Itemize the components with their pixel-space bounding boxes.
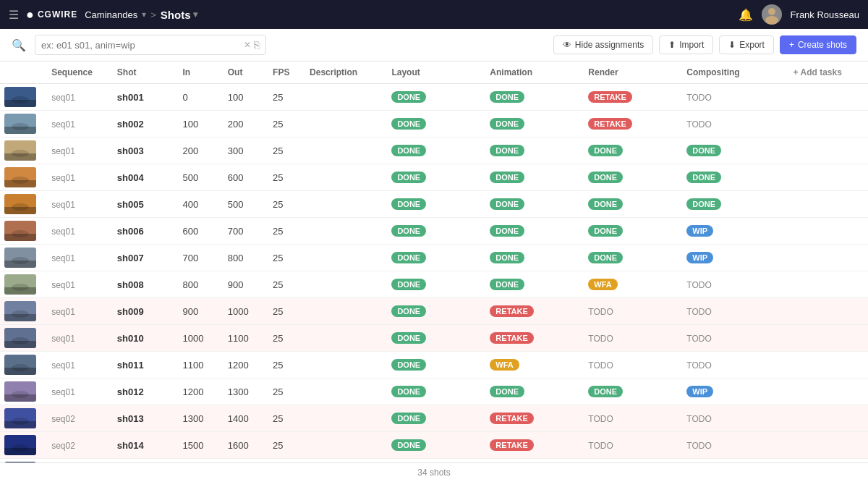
svg-point-43 — [12, 444, 29, 452]
shot-render-status[interactable]: DONE — [581, 164, 679, 191]
shot-animation-status[interactable]: RETAKE — [482, 432, 581, 459]
table-row: seq01 sh001 0 100 25 DONE DONE RETAKE TO… — [0, 84, 868, 111]
shot-compositing-status[interactable]: TODO — [679, 84, 786, 111]
shot-in: 500 — [175, 164, 220, 191]
section-chevron[interactable]: ▾ — [193, 9, 197, 20]
hide-assignments-icon: 👁 — [563, 40, 571, 50]
shot-render-status[interactable]: TODO — [581, 432, 679, 459]
shot-layout-status[interactable]: DONE — [384, 405, 482, 432]
shot-compositing-status[interactable]: WIP — [679, 218, 786, 245]
shot-animation-status[interactable]: DONE — [482, 164, 581, 191]
shot-layout-status[interactable]: DONE — [384, 218, 482, 245]
shot-compositing-status[interactable]: TODO — [679, 352, 786, 379]
shot-render-status[interactable]: TODO — [581, 298, 679, 325]
shot-render-status[interactable]: TODO — [581, 405, 679, 432]
shot-render-status[interactable]: DONE — [581, 379, 679, 405]
shot-compositing-status[interactable]: TODO — [679, 432, 786, 459]
search-input[interactable] — [41, 40, 241, 51]
shot-name[interactable]: sh009 — [110, 298, 176, 325]
col-header-add-tasks[interactable]: + Add tasks — [786, 62, 868, 84]
shot-out: 100 — [221, 84, 265, 111]
shot-sequence: seq01 — [44, 191, 110, 218]
shot-name[interactable]: sh002 — [110, 111, 176, 138]
shot-compositing-status[interactable]: WIP — [679, 245, 786, 271]
project-chevron[interactable]: ▾ — [142, 9, 146, 20]
shot-animation-status[interactable]: WFA — [482, 352, 581, 379]
menu-icon[interactable]: ☰ — [9, 8, 19, 22]
username: Frank Rousseau — [791, 9, 859, 20]
shot-layout-status[interactable]: DONE — [384, 245, 482, 271]
shot-out: 1400 — [221, 405, 265, 432]
shot-animation-status[interactable]: RETAKE — [482, 405, 581, 432]
shot-layout-status[interactable]: DONE — [384, 379, 482, 405]
create-shots-button[interactable]: + Create shots — [780, 35, 856, 54]
shot-add-tasks — [786, 325, 868, 352]
shot-layout-status[interactable]: DONE — [384, 191, 482, 218]
shot-layout-status[interactable]: DONE — [384, 111, 482, 138]
shot-name[interactable]: sh004 — [110, 164, 176, 191]
shot-name[interactable]: sh014 — [110, 432, 176, 459]
shot-name[interactable]: sh011 — [110, 352, 176, 379]
export-button[interactable]: ⬇ Export — [719, 35, 774, 54]
shot-name[interactable]: sh008 — [110, 271, 176, 298]
shot-render-status[interactable]: WFA — [581, 271, 679, 298]
shot-animation-status[interactable]: RETAKE — [482, 325, 581, 352]
import-button[interactable]: ⬆ Import — [659, 35, 713, 54]
shot-compositing-status[interactable]: DONE — [679, 191, 786, 218]
shot-name[interactable]: sh010 — [110, 325, 176, 352]
avatar[interactable] — [762, 4, 782, 25]
notification-bell-icon[interactable]: 🔔 — [739, 8, 753, 22]
project-name[interactable]: Caminandes — [85, 9, 137, 20]
shot-compositing-status[interactable]: DONE — [679, 138, 786, 164]
shot-name[interactable]: sh001 — [110, 84, 176, 111]
shot-render-status[interactable]: TODO — [581, 352, 679, 379]
shot-layout-status[interactable]: DONE — [384, 271, 482, 298]
shot-render-status[interactable]: DONE — [581, 191, 679, 218]
shot-name[interactable]: sh005 — [110, 191, 176, 218]
shot-animation-status[interactable]: DONE — [482, 271, 581, 298]
add-tasks-button[interactable]: + Add tasks — [793, 67, 861, 77]
shot-animation-status[interactable]: DONE — [482, 138, 581, 164]
shot-render-status[interactable]: TODO — [581, 325, 679, 352]
shot-layout-status[interactable]: DONE — [384, 84, 482, 111]
shot-compositing-status[interactable]: DONE — [679, 164, 786, 191]
search-copy-icon[interactable]: ⎘ — [254, 39, 260, 51]
shot-compositing-status[interactable]: TODO — [679, 325, 786, 352]
shot-render-status[interactable]: DONE — [581, 218, 679, 245]
shot-compositing-status[interactable]: TODO — [679, 405, 786, 432]
shot-animation-status[interactable]: DONE — [482, 191, 581, 218]
shot-layout-status[interactable]: DONE — [384, 164, 482, 191]
shot-animation-status[interactable]: DONE — [482, 111, 581, 138]
shot-compositing-status[interactable]: TODO — [679, 271, 786, 298]
shot-animation-status[interactable]: DONE — [482, 245, 581, 271]
shot-layout-status[interactable]: DONE — [384, 352, 482, 379]
shot-compositing-status[interactable]: WIP — [679, 379, 786, 405]
shot-sequence: seq01 — [44, 245, 110, 271]
shot-name[interactable]: sh003 — [110, 138, 176, 164]
shot-compositing-status[interactable]: TODO — [679, 111, 786, 138]
shot-name[interactable]: sh006 — [110, 218, 176, 245]
shot-layout-status[interactable]: DONE — [384, 432, 482, 459]
shot-animation-status[interactable]: RETAKE — [482, 298, 581, 325]
shot-layout-status[interactable]: DONE — [384, 325, 482, 352]
shot-render-status[interactable]: RETAKE — [581, 111, 679, 138]
shot-add-tasks — [786, 245, 868, 271]
shot-animation-status[interactable]: DONE — [482, 218, 581, 245]
shot-layout-status[interactable]: DONE — [384, 138, 482, 164]
col-header-render: Render — [581, 62, 679, 84]
hide-assignments-button[interactable]: 👁 Hide assignments — [553, 35, 653, 54]
shot-name[interactable]: sh013 — [110, 405, 176, 432]
shot-render-status[interactable]: RETAKE — [581, 84, 679, 111]
search-clear-icon[interactable]: ✕ — [241, 38, 254, 51]
shot-animation-status[interactable]: DONE — [482, 379, 581, 405]
shot-sequence: seq01 — [44, 138, 110, 164]
shot-render-status[interactable]: DONE — [581, 138, 679, 164]
shot-name[interactable]: sh007 — [110, 245, 176, 271]
shot-animation-status[interactable]: DONE — [482, 84, 581, 111]
shot-out: 200 — [221, 111, 265, 138]
shot-compositing-status[interactable]: TODO — [679, 298, 786, 325]
hide-assignments-label: Hide assignments — [575, 40, 644, 50]
shot-render-status[interactable]: DONE — [581, 245, 679, 271]
shot-name[interactable]: sh012 — [110, 379, 176, 405]
shot-layout-status[interactable]: DONE — [384, 298, 482, 325]
